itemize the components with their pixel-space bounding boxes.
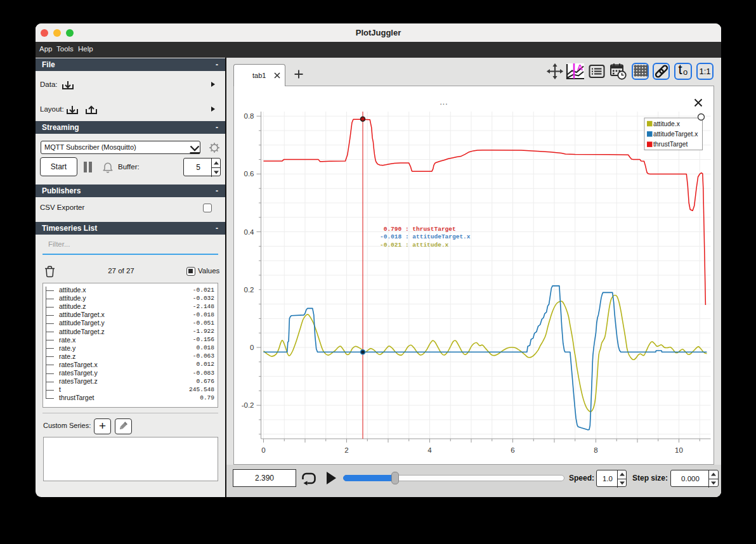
svg-text:thrustTarget: thrustTarget — [653, 141, 688, 148]
svg-text:attitudeTarget.x: attitudeTarget.x — [653, 131, 698, 138]
svg-text:0.4: 0.4 — [244, 228, 254, 236]
svg-text:-0.021 : attitude.x: -0.021 : attitude.x — [380, 242, 449, 249]
svg-text:0.2: 0.2 — [244, 286, 254, 294]
svg-text:-0.018 : attitudeTarget.x: -0.018 : attitudeTarget.x — [380, 233, 471, 240]
svg-text:0: 0 — [261, 446, 265, 454]
svg-text:0.790 : thrustTarget: 0.790 : thrustTarget — [380, 226, 456, 233]
svg-text:0.8: 0.8 — [244, 112, 254, 120]
svg-text:0: 0 — [250, 344, 254, 351]
svg-text:6: 6 — [511, 446, 514, 454]
svg-text:10: 10 — [675, 446, 683, 454]
svg-text:2: 2 — [344, 446, 348, 454]
svg-text:4: 4 — [427, 446, 432, 454]
svg-text:attitude.x: attitude.x — [653, 120, 681, 127]
svg-text:-0.2: -0.2 — [241, 401, 254, 409]
svg-text:A: A — [577, 63, 583, 72]
svg-text:0.6: 0.6 — [244, 170, 254, 178]
svg-text:8: 8 — [594, 446, 597, 454]
